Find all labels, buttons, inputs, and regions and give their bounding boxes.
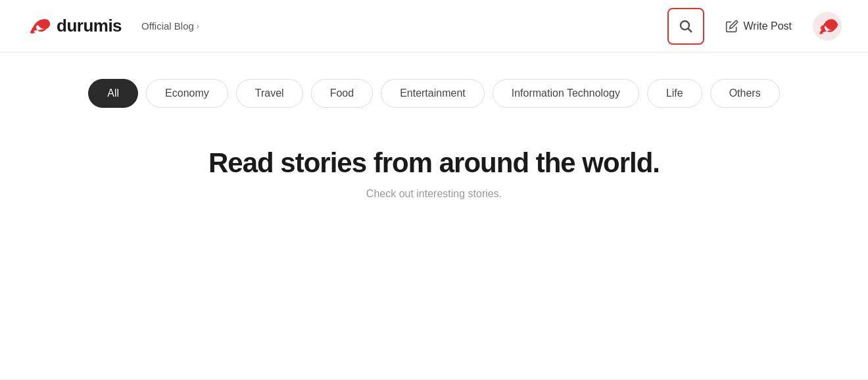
categories-section: All Economy Travel Food Entertainment In… [0,53,868,121]
svg-point-0 [45,20,48,22]
svg-point-1 [681,21,689,30]
write-post-button[interactable]: Write Post [712,13,806,39]
header-right: Write Post [667,8,842,45]
logo-text: durumis [57,16,122,36]
search-icon [678,18,694,34]
header: durumis Official Blog › Write Post [0,0,868,53]
blog-link-text: Official Blog [141,20,194,32]
hero-subtitle: Check out interesting stories. [26,188,842,200]
category-all[interactable]: All [88,79,138,108]
category-information-technology[interactable]: Information Technology [493,79,639,108]
hero-title: Read stories from around the world. [26,147,842,179]
category-life[interactable]: Life [647,79,702,108]
category-economy[interactable]: Economy [146,79,228,108]
search-button[interactable] [667,8,704,45]
edit-icon [725,20,738,33]
blog-link[interactable]: Official Blog › [141,20,199,32]
logo-icon [26,14,51,39]
logo[interactable]: durumis [26,14,122,39]
header-left: durumis Official Blog › [26,14,199,39]
hero-section: Read stories from around the world. Chec… [0,121,868,220]
category-entertainment[interactable]: Entertainment [381,79,485,108]
category-travel[interactable]: Travel [236,79,303,108]
svg-line-2 [688,28,692,32]
category-food[interactable]: Food [311,79,373,108]
write-post-label: Write Post [744,20,792,32]
avatar[interactable] [813,12,842,41]
chevron-right-icon: › [197,21,199,31]
category-others[interactable]: Others [710,79,780,108]
avatar-icon [814,13,840,39]
